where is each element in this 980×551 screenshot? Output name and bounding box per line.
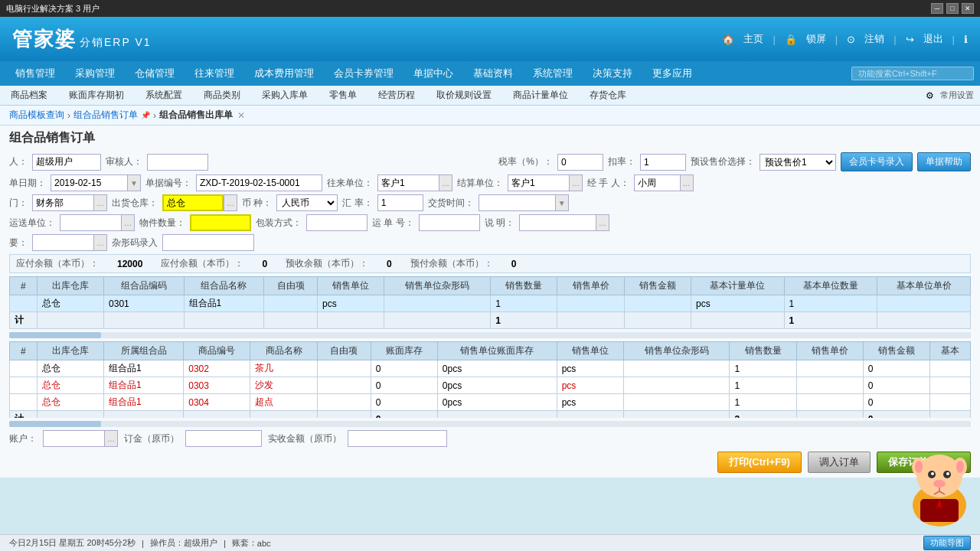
nav-system[interactable]: 系统管理 bbox=[524, 64, 582, 83]
home-label[interactable]: 主页 bbox=[743, 32, 763, 46]
note-btn[interactable]: … bbox=[596, 214, 609, 231]
delivery-time-btn[interactable]: ▼ bbox=[555, 194, 569, 211]
to-unit-input[interactable] bbox=[377, 174, 439, 191]
table-row[interactable]: 总仓 0301 组合品1 pcs 1 pcs 1 bbox=[10, 295, 971, 312]
svg-point-9 bbox=[931, 472, 934, 475]
to-unit-btn[interactable]: … bbox=[439, 174, 452, 191]
nav-decision[interactable]: 决策支持 bbox=[583, 64, 642, 83]
table-row[interactable]: 总仓 组合品1 0303 沙发 0 0pcs pcs 1 0 bbox=[10, 377, 971, 394]
subnav-stock-init[interactable]: 账面库存期初 bbox=[64, 87, 129, 103]
header-right: 🏠 主页 | 🔒 锁屏 | ⊙ 注销 | ↪ 退出 | ℹ bbox=[722, 32, 968, 46]
exchange-label: 汇 率： bbox=[342, 197, 372, 210]
delivery-time-input[interactable] bbox=[479, 194, 555, 211]
package-input[interactable] bbox=[306, 214, 368, 231]
date-input[interactable] bbox=[51, 174, 127, 191]
nav-warehouse[interactable]: 仓储管理 bbox=[126, 64, 184, 83]
delivery-unit-input[interactable] bbox=[60, 214, 121, 231]
subnav-purchase-in[interactable]: 采购入库单 bbox=[257, 87, 312, 103]
remark-btn[interactable]: … bbox=[93, 234, 107, 251]
subnav-retail[interactable]: 零售单 bbox=[325, 87, 361, 103]
delivery-unit-btn[interactable]: … bbox=[121, 214, 135, 231]
logout-icon: ⊙ bbox=[847, 34, 855, 45]
hscroll-thumb-2 bbox=[9, 421, 101, 427]
nav-purchase[interactable]: 采购管理 bbox=[66, 64, 124, 83]
nav-sales[interactable]: 销售管理 bbox=[6, 64, 64, 83]
note-label: 说 明： bbox=[485, 217, 514, 230]
settle-unit-input[interactable] bbox=[508, 174, 569, 191]
nav-cost[interactable]: 成本费用管理 bbox=[245, 64, 323, 83]
dept-btn[interactable]: … bbox=[93, 194, 107, 211]
remark-input[interactable] bbox=[32, 234, 93, 251]
subnav-measure[interactable]: 商品计量单位 bbox=[508, 87, 573, 103]
subnav-history[interactable]: 经营历程 bbox=[374, 87, 420, 103]
handler-btn[interactable]: … bbox=[680, 174, 694, 191]
discount-input[interactable] bbox=[640, 154, 686, 171]
note-input[interactable] bbox=[519, 214, 596, 231]
maximize-button[interactable]: □ bbox=[946, 3, 959, 14]
bottom-table-hscroll[interactable] bbox=[9, 421, 971, 427]
bcol-warehouse: 出库仓库 bbox=[37, 342, 103, 360]
date-dropdown-btn[interactable]: ▼ bbox=[127, 174, 141, 191]
mainnav-search-input[interactable] bbox=[851, 67, 974, 80]
nav-more[interactable]: 更多应用 bbox=[643, 64, 701, 83]
bc-combo-order[interactable]: 组合品销售订单 bbox=[74, 109, 138, 122]
to-unit-label: 往来单位： bbox=[327, 177, 373, 190]
items-count-input[interactable] bbox=[190, 214, 251, 231]
account-btn[interactable]: … bbox=[104, 430, 118, 447]
warehouse-input[interactable] bbox=[162, 194, 224, 211]
subnav-warehouse[interactable]: 存货仓库 bbox=[585, 87, 631, 103]
subnav-price-rules[interactable]: 取价规则设置 bbox=[432, 87, 496, 103]
top-table-hscroll[interactable] bbox=[9, 332, 971, 338]
logout-label[interactable]: 注销 bbox=[864, 32, 884, 46]
exchange-input[interactable] bbox=[377, 194, 423, 211]
barcode-label: 杂形码录入 bbox=[112, 236, 158, 249]
reviewer-input[interactable] bbox=[147, 154, 208, 171]
common-settings-btn[interactable]: 常用设置 bbox=[940, 90, 974, 101]
actual-amount-input[interactable] bbox=[348, 430, 447, 447]
handler-input[interactable] bbox=[634, 174, 680, 191]
nav-basic[interactable]: 基础资料 bbox=[464, 64, 522, 83]
subnav: 商品档案 账面库存期初 系统配置 商品类别 采购入库单 零售单 经营历程 取价规… bbox=[0, 86, 980, 106]
print-btn[interactable]: 打印(Ctrl+F9) bbox=[717, 452, 802, 473]
currency-select[interactable]: 人民币 bbox=[276, 194, 338, 211]
warehouse-btn[interactable]: … bbox=[224, 194, 237, 211]
table-row[interactable]: 总仓 组合品1 0304 超点 0 0pcs pcs 1 0 bbox=[10, 394, 971, 411]
order-amount-input[interactable] bbox=[185, 430, 262, 447]
subnav-goods-file[interactable]: 商品档案 bbox=[6, 87, 52, 103]
col-combo-code: 组合品编码 bbox=[104, 277, 184, 295]
lock-label[interactable]: 锁屏 bbox=[806, 32, 826, 46]
settle-unit-wrap: … bbox=[508, 174, 583, 191]
svg-point-11 bbox=[933, 480, 946, 487]
preset-price-select[interactable]: 预设售价1 bbox=[760, 154, 836, 171]
nav-member[interactable]: 会员卡券管理 bbox=[325, 64, 403, 83]
subnav-goods-type[interactable]: 商品类别 bbox=[199, 87, 245, 103]
exit-label[interactable]: 退出 bbox=[923, 32, 943, 46]
settle-unit-btn[interactable]: … bbox=[569, 174, 583, 191]
help-icon[interactable]: ℹ bbox=[964, 34, 968, 45]
bc-close-btn[interactable]: ✕ bbox=[237, 110, 245, 121]
person-input[interactable] bbox=[32, 154, 101, 171]
dept-input[interactable] bbox=[32, 194, 93, 211]
member-card-btn[interactable]: 会员卡号录入 bbox=[841, 152, 913, 171]
page-title: 组合品销售订单 bbox=[9, 130, 971, 146]
warehouse-wrap: … bbox=[162, 194, 237, 211]
svg-point-5 bbox=[915, 461, 923, 473]
bc-template[interactable]: 商品模板查询 bbox=[9, 109, 64, 122]
shipping-no-input[interactable] bbox=[419, 214, 480, 231]
order-no-input[interactable] bbox=[196, 174, 322, 191]
import-btn[interactable]: 调入订单 bbox=[808, 452, 871, 473]
help-btn[interactable]: 单据帮助 bbox=[917, 152, 971, 171]
tax-input[interactable] bbox=[557, 154, 603, 171]
home-icon[interactable]: 🏠 bbox=[722, 34, 734, 45]
statusbar-help-btn[interactable]: 功能导图 bbox=[923, 536, 971, 550]
close-button[interactable]: ✕ bbox=[962, 3, 974, 14]
nav-orders[interactable]: 单据中心 bbox=[404, 64, 462, 83]
minimize-button[interactable]: ─ bbox=[931, 3, 943, 14]
account-input[interactable] bbox=[43, 430, 104, 447]
subnav-sys-config[interactable]: 系统配置 bbox=[141, 87, 187, 103]
nav-contacts[interactable]: 往来管理 bbox=[185, 64, 243, 83]
dept-label: 门： bbox=[9, 197, 28, 210]
statusbar-account-label: 账套： bbox=[232, 537, 257, 549]
table-row[interactable]: 总仓 组合品1 0302 茶几 0 0pcs pcs 1 0 bbox=[10, 360, 971, 377]
barcode-input[interactable] bbox=[162, 234, 254, 251]
